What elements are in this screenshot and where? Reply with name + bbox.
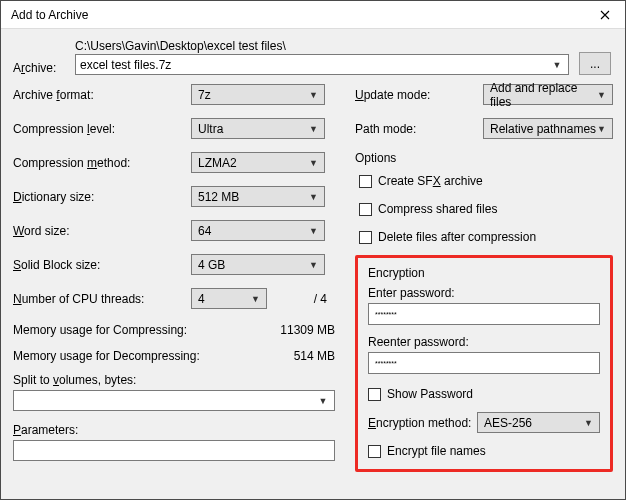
compress-shared-label: Compress shared files	[378, 202, 497, 216]
chevron-down-icon: ▼	[309, 192, 318, 202]
chevron-down-icon: ▼	[309, 260, 318, 270]
parameters-label: Parameters:	[13, 423, 78, 437]
solid-block-size-label: Solid Block size:	[13, 258, 191, 272]
show-password-checkbox-row[interactable]: Show Password	[368, 384, 600, 404]
update-mode-label: Update mode:	[355, 88, 483, 102]
encryption-title: Encryption	[368, 266, 600, 280]
memory-compress-label: Memory usage for Compressing:	[13, 323, 280, 337]
archive-label: Archive:	[13, 61, 56, 75]
chevron-down-icon: ▼	[597, 90, 606, 100]
solid-block-size-select[interactable]: 4 GB▼	[191, 254, 325, 275]
enter-password-label: Enter password:	[368, 286, 600, 300]
reenter-password-label: Reenter password:	[368, 335, 600, 349]
close-icon	[600, 10, 610, 20]
split-volumes-input[interactable]	[18, 394, 316, 408]
cpu-threads-label: Number of CPU threads:	[13, 292, 191, 306]
encryption-method-label: Encryption method:	[368, 416, 477, 430]
path-mode-label: Path mode:	[355, 122, 483, 136]
update-mode-select[interactable]: Add and replace files▼	[483, 84, 613, 105]
compress-shared-checkbox-row[interactable]: Compress shared files	[355, 199, 613, 219]
create-sfx-label: Create SFX archive	[378, 174, 483, 188]
chevron-down-icon: ▼	[309, 124, 318, 134]
close-button[interactable]	[585, 1, 625, 29]
left-column: Archive format: 7z▼ Compression level: U…	[13, 83, 335, 472]
dialog-content: Archive: C:\Users\Gavin\Desktop\excel te…	[1, 29, 625, 499]
archive-format-select[interactable]: 7z▼	[191, 84, 325, 105]
compress-shared-checkbox[interactable]	[359, 203, 372, 216]
chevron-down-icon: ▼	[584, 418, 593, 428]
cpu-threads-select[interactable]: 4▼	[191, 288, 267, 309]
archive-filename-input[interactable]	[80, 58, 550, 72]
delete-after-checkbox-row[interactable]: Delete files after compression	[355, 227, 613, 247]
split-volumes-combo[interactable]: ▼	[13, 390, 335, 411]
enter-password-input[interactable]: ********	[368, 303, 600, 325]
encryption-method-select[interactable]: AES-256▼	[477, 412, 600, 433]
dictionary-size-label: Dictionary size:	[13, 190, 191, 204]
encrypt-filenames-checkbox[interactable]	[368, 445, 381, 458]
compression-method-select[interactable]: LZMA2▼	[191, 152, 325, 173]
parameters-input[interactable]	[13, 440, 335, 461]
memory-decompress-label: Memory usage for Decompressing:	[13, 349, 294, 363]
browse-button[interactable]: ...	[579, 52, 611, 75]
titlebar: Add to Archive	[1, 1, 625, 29]
delete-after-checkbox[interactable]	[359, 231, 372, 244]
chevron-down-icon: ▼	[309, 90, 318, 100]
memory-decompress-value: 514 MB	[294, 349, 335, 363]
create-sfx-checkbox-row[interactable]: Create SFX archive	[355, 171, 613, 191]
chevron-down-icon: ▼	[309, 226, 318, 236]
chevron-down-icon: ▼	[309, 158, 318, 168]
memory-compress-value: 11309 MB	[280, 323, 335, 337]
right-column: Update mode: Add and replace files▼ Path…	[355, 83, 613, 472]
chevron-down-icon: ▼	[251, 294, 260, 304]
path-mode-select[interactable]: Relative pathnames▼	[483, 118, 613, 139]
window-title: Add to Archive	[11, 8, 585, 22]
compression-method-label: Compression method:	[13, 156, 191, 170]
split-volumes-label: Split to volumes, bytes:	[13, 373, 136, 387]
delete-after-label: Delete files after compression	[378, 230, 536, 244]
show-password-checkbox[interactable]	[368, 388, 381, 401]
create-sfx-checkbox[interactable]	[359, 175, 372, 188]
options-title: Options	[355, 151, 613, 165]
dictionary-size-select[interactable]: 512 MB▼	[191, 186, 325, 207]
word-size-label: Word size:	[13, 224, 191, 238]
chevron-down-icon: ▼	[597, 124, 606, 134]
reenter-password-input[interactable]: ********	[368, 352, 600, 374]
archive-path: C:\Users\Gavin\Desktop\excel test files\	[75, 39, 569, 53]
chevron-down-icon: ▼	[550, 60, 564, 70]
encrypt-filenames-label: Encrypt file names	[387, 444, 486, 458]
archive-filename-combo[interactable]: ▼	[75, 54, 569, 75]
compression-level-label: Compression level:	[13, 122, 191, 136]
chevron-down-icon: ▼	[316, 396, 330, 406]
archive-format-label: Archive format:	[13, 88, 191, 102]
cpu-threads-max: / 4	[275, 292, 335, 306]
encryption-section: Encryption Enter password: ******** Reen…	[355, 255, 613, 472]
compression-level-select[interactable]: Ultra▼	[191, 118, 325, 139]
word-size-select[interactable]: 64▼	[191, 220, 325, 241]
dialog-window: Add to Archive Archive: C:\Users\Gavin\D…	[0, 0, 626, 500]
encrypt-filenames-checkbox-row[interactable]: Encrypt file names	[368, 441, 600, 461]
show-password-label: Show Password	[387, 387, 473, 401]
